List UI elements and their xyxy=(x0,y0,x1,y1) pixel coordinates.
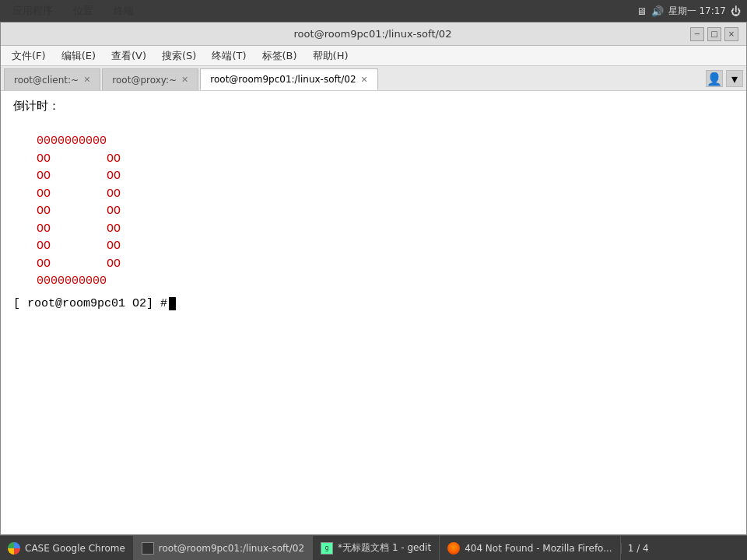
terminal-content[interactable]: 倒计时： 0000000000 OO OO OO OO OO OO OO OO … xyxy=(1,91,746,534)
taskbar-gedit-label: *无标题文档 1 - gedit xyxy=(338,541,431,555)
maximize-button[interactable]: □ xyxy=(707,27,721,41)
system-bar-left: 应用程序 位置 终端 xyxy=(6,2,140,19)
menu-view[interactable]: 查看(V) xyxy=(105,47,153,65)
taskbar-terminal-label: root@room9pc01:/linux-soft/02 xyxy=(159,543,304,554)
tab-room9pc01-label: root@room9pc01:/linux-soft/02 xyxy=(210,74,356,85)
art-line-6: OO OO xyxy=(37,238,734,256)
minimize-button[interactable]: − xyxy=(690,27,704,41)
art-line-5: OO OO xyxy=(37,221,734,239)
taskbar-terminal[interactable]: root@room9pc01:/linux-soft/02 xyxy=(134,536,313,560)
tab-room9pc01-close[interactable]: ✕ xyxy=(361,75,368,85)
art-line-2: OO OO xyxy=(37,168,734,186)
tab-client[interactable]: root@client:~ ✕ xyxy=(4,68,100,90)
taskbar: CASE Google Chrome root@room9pc01:/linux… xyxy=(0,535,747,560)
art-line-8: 0000000000 xyxy=(37,273,734,291)
system-bar: 应用程序 位置 终端 🖥 🔊 星期一 17:17 ⏻ xyxy=(0,0,747,22)
prompt-line: [ root@room9pc01 O2] # xyxy=(13,297,734,310)
countdown-art: 0000000000 OO OO OO OO OO OO OO OO OO OO… xyxy=(37,133,734,291)
art-line-3: OO OO xyxy=(37,186,734,204)
menu-tabs[interactable]: 标签(B) xyxy=(256,47,303,65)
tab-dropdown-button[interactable]: ▾ xyxy=(726,70,743,87)
art-line-0: 0000000000 xyxy=(37,133,734,151)
taskbar-chrome-label: CASE Google Chrome xyxy=(25,543,125,554)
firefox-icon xyxy=(447,542,460,555)
menu-search[interactable]: 搜索(S) xyxy=(156,47,202,65)
tab-proxy[interactable]: root@proxy:~ ✕ xyxy=(102,68,198,90)
menu-edit[interactable]: 编辑(E) xyxy=(55,47,102,65)
tab-bar: root@client:~ ✕ root@proxy:~ ✕ root@room… xyxy=(1,66,746,91)
taskbar-gedit[interactable]: g *无标题文档 1 - gedit xyxy=(313,536,440,560)
window-controls: − □ × xyxy=(690,27,738,41)
title-bar: root@room9pc01:/linux-soft/02 − □ × xyxy=(1,23,746,46)
countdown-label: 倒计时： xyxy=(13,99,734,114)
terminal-icon xyxy=(142,542,154,555)
chrome-icon xyxy=(8,542,20,555)
taskbar-chrome[interactable]: CASE Google Chrome xyxy=(0,536,134,560)
art-line-1: OO OO xyxy=(37,151,734,169)
prompt-text: [ root@room9pc01 O2] # xyxy=(13,297,167,310)
terminal-window: root@room9pc01:/linux-soft/02 − □ × 文件(F… xyxy=(0,22,747,535)
speaker-icon: 🔊 xyxy=(651,5,664,17)
tab-client-label: root@client:~ xyxy=(14,75,79,86)
power-icon[interactable]: ⏻ xyxy=(731,5,741,17)
apps-menu[interactable]: 应用程序 xyxy=(6,2,59,19)
user-icon: 👤 xyxy=(707,72,722,86)
tab-proxy-label: root@proxy:~ xyxy=(112,75,177,86)
menu-help[interactable]: 帮助(H) xyxy=(307,47,355,65)
cursor xyxy=(169,297,176,310)
terminal-menu[interactable]: 终端 xyxy=(107,2,140,19)
new-tab-button[interactable]: 👤 xyxy=(706,70,723,87)
places-menu[interactable]: 位置 xyxy=(67,2,100,19)
art-line-4: OO OO xyxy=(37,203,734,221)
pager: 1 / 4 xyxy=(621,543,655,554)
taskbar-firefox[interactable]: 404 Not Found - Mozilla Firefo... xyxy=(440,536,621,560)
menu-terminal[interactable]: 终端(T) xyxy=(205,47,252,65)
art-line-7: OO OO xyxy=(37,256,734,274)
tab-client-close[interactable]: ✕ xyxy=(83,75,90,85)
monitor-icon: 🖥 xyxy=(637,5,647,17)
window-title: root@room9pc01:/linux-soft/02 xyxy=(55,28,690,40)
chevron-down-icon: ▾ xyxy=(731,72,738,86)
taskbar-firefox-label: 404 Not Found - Mozilla Firefo... xyxy=(465,543,612,554)
menu-file[interactable]: 文件(F) xyxy=(5,47,52,65)
system-bar-right: 🖥 🔊 星期一 17:17 ⏻ xyxy=(637,5,741,18)
close-button[interactable]: × xyxy=(724,27,738,41)
menu-bar: 文件(F) 编辑(E) 查看(V) 搜索(S) 终端(T) 标签(B) 帮助(H… xyxy=(1,46,746,66)
gedit-icon: g xyxy=(321,542,333,555)
datetime: 星期一 17:17 xyxy=(668,5,726,18)
tab-controls: 👤 ▾ xyxy=(706,70,743,90)
tab-room9pc01[interactable]: root@room9pc01:/linux-soft/02 ✕ xyxy=(200,68,377,90)
tab-proxy-close[interactable]: ✕ xyxy=(181,75,188,85)
